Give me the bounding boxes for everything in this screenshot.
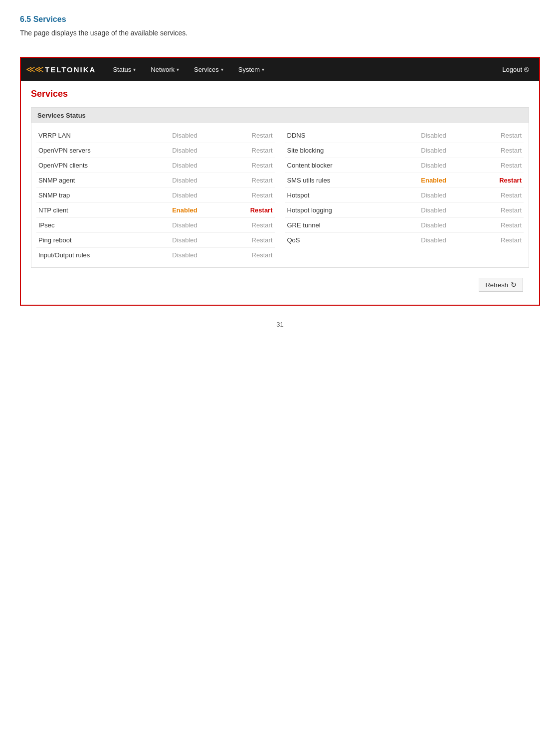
service-restart-button: Restart xyxy=(214,236,272,244)
service-status: Disabled xyxy=(404,162,463,169)
service-status: Disabled xyxy=(156,221,214,229)
refresh-button[interactable]: Refresh ↻ xyxy=(479,278,523,292)
service-status: Disabled xyxy=(404,236,463,244)
page-title: Services xyxy=(31,89,529,99)
service-name: SNMP agent xyxy=(38,177,156,184)
service-status: Enabled xyxy=(156,206,214,214)
service-name: OpenVPN servers xyxy=(38,147,156,154)
service-restart-button: Restart xyxy=(214,177,272,184)
service-name: Hotspot xyxy=(287,191,404,199)
service-restart-button[interactable]: Restart xyxy=(463,177,522,184)
service-status: Enabled xyxy=(404,177,463,184)
service-status: Disabled xyxy=(156,236,214,244)
service-name: GRE tunnel xyxy=(287,221,404,229)
service-name: NTP client xyxy=(38,206,156,214)
service-restart-button: Restart xyxy=(214,191,272,199)
brand-name: TELTONIKA xyxy=(45,65,96,74)
services-grid: VRRP LANDisabledRestartOpenVPN serversDi… xyxy=(31,123,529,267)
service-row: QoSDisabledRestart xyxy=(285,233,524,247)
nav-item-system[interactable]: System ▾ xyxy=(231,60,271,79)
logout-button[interactable]: Logout ⎋ xyxy=(497,59,534,80)
service-name: SNMP trap xyxy=(38,191,156,199)
nav-services-caret-icon: ▾ xyxy=(221,67,223,72)
logout-label: Logout xyxy=(502,66,522,73)
refresh-area: Refresh ↻ xyxy=(31,273,529,297)
navbar: ≪≪ TELTONIKA Status ▾ Network ▾ Services… xyxy=(21,58,539,81)
service-restart-button: Restart xyxy=(214,251,272,259)
section-description: The page displays the usage of the avail… xyxy=(20,29,540,37)
nav-item-network[interactable]: Network ▾ xyxy=(144,60,186,79)
service-row: SNMP agentDisabledRestart xyxy=(36,173,275,188)
service-name: VRRP LAN xyxy=(38,132,156,139)
services-section: Services Status VRRP LANDisabledRestartO… xyxy=(31,107,529,268)
service-restart-button: Restart xyxy=(463,191,522,199)
service-name: Input/Output rules xyxy=(38,251,156,259)
service-status: Disabled xyxy=(156,147,214,154)
service-row: SMS utils rulesEnabledRestart xyxy=(285,173,524,188)
section-header: Services Status xyxy=(31,108,529,123)
service-restart-button: Restart xyxy=(463,206,522,214)
service-row: IPsecDisabledRestart xyxy=(36,218,275,233)
service-row: Hotspot loggingDisabledRestart xyxy=(285,203,524,218)
service-row: VRRP LANDisabledRestart xyxy=(36,128,275,143)
service-row: HotspotDisabledRestart xyxy=(285,188,524,203)
service-restart-button: Restart xyxy=(463,132,522,139)
nav-status-label: Status xyxy=(113,66,131,73)
service-row: SNMP trapDisabledRestart xyxy=(36,188,275,203)
service-name: Site blocking xyxy=(287,147,404,154)
refresh-icon: ↻ xyxy=(511,281,517,289)
nav-services-label: Services xyxy=(194,66,219,73)
nav-menu: Status ▾ Network ▾ Services ▾ System ▾ xyxy=(106,60,497,79)
nav-item-services[interactable]: Services ▾ xyxy=(187,60,230,79)
service-row: Site blockingDisabledRestart xyxy=(285,143,524,158)
nav-system-label: System xyxy=(238,66,260,73)
service-name: OpenVPN clients xyxy=(38,162,156,169)
service-name: DDNS xyxy=(287,132,404,139)
service-name: IPsec xyxy=(38,221,156,229)
service-restart-button: Restart xyxy=(463,236,522,244)
service-row: OpenVPN serversDisabledRestart xyxy=(36,143,275,158)
service-row: Ping rebootDisabledRestart xyxy=(36,233,275,248)
service-row: NTP clientEnabledRestart xyxy=(36,203,275,218)
service-row: Input/Output rulesDisabledRestart xyxy=(36,248,275,262)
section-heading: 6.5 Services xyxy=(20,15,540,24)
service-restart-button[interactable]: Restart xyxy=(214,206,272,214)
service-restart-button: Restart xyxy=(463,147,522,154)
service-row: GRE tunnelDisabledRestart xyxy=(285,218,524,233)
service-name: Content blocker xyxy=(287,162,404,169)
service-name: Hotspot logging xyxy=(287,206,404,214)
services-right-col: DDNSDisabledRestartSite blockingDisabled… xyxy=(280,128,529,262)
service-status: Disabled xyxy=(404,132,463,139)
service-row: DDNSDisabledRestart xyxy=(285,128,524,143)
service-row: Content blockerDisabledRestart xyxy=(285,158,524,173)
service-restart-button: Restart xyxy=(463,221,522,229)
service-restart-button: Restart xyxy=(214,147,272,154)
service-status: Disabled xyxy=(404,191,463,199)
page-number: 31 xyxy=(0,321,560,338)
service-status: Disabled xyxy=(404,221,463,229)
nav-status-caret-icon: ▾ xyxy=(133,67,136,72)
service-restart-button: Restart xyxy=(214,221,272,229)
service-status: Disabled xyxy=(156,251,214,259)
brand-logo: ≪≪ TELTONIKA xyxy=(26,64,96,75)
nav-network-label: Network xyxy=(151,66,175,73)
service-status: Disabled xyxy=(404,206,463,214)
service-restart-button: Restart xyxy=(214,162,272,169)
service-name: QoS xyxy=(287,236,404,244)
service-status: Disabled xyxy=(156,177,214,184)
service-status: Disabled xyxy=(156,162,214,169)
service-status: Disabled xyxy=(156,132,214,139)
service-name: SMS utils rules xyxy=(287,177,404,184)
nav-item-status[interactable]: Status ▾ xyxy=(106,60,143,79)
service-name: Ping reboot xyxy=(38,236,156,244)
service-restart-button: Restart xyxy=(463,162,522,169)
refresh-label: Refresh xyxy=(485,281,508,289)
services-left-col: VRRP LANDisabledRestartOpenVPN serversDi… xyxy=(31,128,280,262)
logout-icon: ⎋ xyxy=(524,65,529,74)
nav-system-caret-icon: ▾ xyxy=(262,67,264,72)
service-restart-button: Restart xyxy=(214,132,272,139)
router-ui-frame: ≪≪ TELTONIKA Status ▾ Network ▾ Services… xyxy=(20,57,540,306)
service-status: Disabled xyxy=(404,147,463,154)
brand-chevrons-icon: ≪≪ xyxy=(26,64,43,75)
service-row: OpenVPN clientsDisabledRestart xyxy=(36,158,275,173)
